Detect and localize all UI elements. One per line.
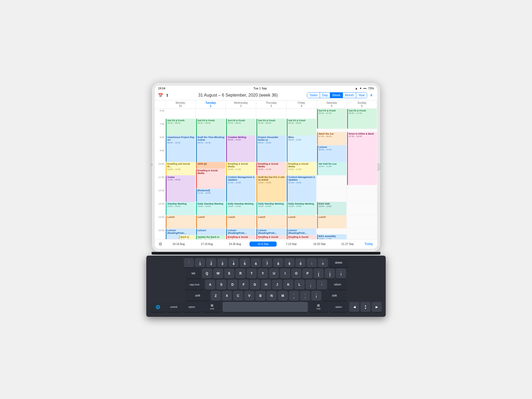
key-k[interactable]: K bbox=[283, 280, 293, 290]
event-fri-lunch[interactable]: Lunch bbox=[287, 215, 316, 228]
key-equals[interactable]: += bbox=[318, 258, 328, 267]
week-7-13sep[interactable]: 7-13 Sep bbox=[277, 242, 305, 247]
key-slash[interactable]: ?/ bbox=[311, 291, 321, 301]
key-0[interactable]: )0 bbox=[296, 258, 306, 267]
event-tue-standup[interactable]: Daily Standup Meeting 13:00 – 14:00 bbox=[196, 202, 226, 215]
event-thu-standup[interactable]: Daily Standup Meeting 13:00 – 14:00 bbox=[256, 202, 286, 215]
event-sun-drive[interactable]: Drive to Kihim & Back 07:30 – 16:30 bbox=[347, 132, 377, 185]
event-sat-vetvisit[interactable]: Vet Visit for Leo 10:00 – 11:00 bbox=[317, 162, 347, 175]
week-10-16aug[interactable]: 10-16 Aug bbox=[165, 242, 192, 247]
key-4[interactable]: $4 bbox=[228, 258, 239, 267]
key-9[interactable]: (9 bbox=[284, 258, 294, 267]
key-z[interactable]: Z bbox=[211, 291, 221, 301]
event-thu-emailsocial[interactable]: Emailing & Social Media 10:00 – 11:00 bbox=[256, 162, 286, 175]
key-backslash[interactable]: |\ bbox=[336, 268, 346, 279]
key-option-left[interactable]: option bbox=[182, 302, 201, 312]
key-p[interactable]: P bbox=[302, 268, 313, 279]
key-shift-right[interactable]: shift bbox=[322, 291, 346, 301]
key-q[interactable]: Q bbox=[202, 268, 212, 279]
key-5[interactable]: %5 bbox=[240, 258, 250, 267]
key-u[interactable]: U bbox=[269, 268, 279, 279]
event-mon-unanimous[interactable]: Unanimous Project Rep ort 08:00 – 10:00 bbox=[166, 135, 195, 162]
event-fri-emailsocial2[interactable]: Emailing & Social Media bbox=[287, 235, 316, 239]
calendar-icon[interactable]: 📅 bbox=[158, 93, 163, 98]
week-31-6sep[interactable]: 31-6 Sep bbox=[250, 242, 277, 247]
week-21-27sep[interactable]: 21-27 Sep bbox=[334, 242, 361, 247]
key-return[interactable]: return bbox=[328, 280, 347, 290]
key-y[interactable]: Y bbox=[258, 268, 268, 279]
key-minus[interactable]: _- bbox=[307, 258, 317, 267]
key-tab[interactable]: tab bbox=[186, 268, 201, 279]
key-t[interactable]: T bbox=[247, 268, 257, 279]
event-wed-standup[interactable]: Daily Standup Meeting 13:00 – 14:00 bbox=[226, 202, 256, 215]
event-fri-bliss[interactable]: Bliss 08:00 – 10:00 bbox=[287, 135, 316, 162]
event-tue-emailsocial[interactable]: Emailing & Social Media bbox=[196, 169, 226, 189]
key-l[interactable]: L bbox=[294, 280, 305, 290]
event-mon-asana[interactable]: Asana 11:00 – 13:00 bbox=[166, 175, 195, 202]
key-n[interactable]: N bbox=[267, 291, 277, 301]
key-arrow-left[interactable]: ◀ bbox=[349, 302, 359, 312]
key-i[interactable]: I bbox=[280, 268, 290, 279]
key-m[interactable]: M bbox=[278, 291, 288, 301]
key-s[interactable]: S bbox=[216, 280, 226, 290]
key-6[interactable]: ^6 bbox=[251, 258, 261, 267]
event-sun-getfit[interactable]: Get Fit & Fresh 06:00 – 07:30 bbox=[347, 109, 377, 129]
event-mon-standup[interactable]: Standup Meeting 13:00 – 14:00 bbox=[166, 202, 195, 215]
share-icon[interactable]: ⬆ bbox=[165, 93, 169, 98]
key-semicolon[interactable]: :; bbox=[306, 280, 316, 290]
key-o[interactable]: O bbox=[291, 268, 301, 279]
key-w[interactable]: W bbox=[213, 268, 223, 279]
settings-icon[interactable]: ⚙ bbox=[157, 241, 164, 247]
event-sat-icici[interactable]: ICICI Visit 13:00 – 14:00 bbox=[317, 202, 347, 215]
event-wed-creative[interactable]: Creative Writing 08:00 – 10:00 bbox=[226, 135, 256, 162]
event-wed-emailsocial[interactable]: Emailing & Social Media 10:00 – 11:00 bbox=[226, 162, 256, 175]
today-button[interactable]: Today bbox=[362, 241, 375, 247]
key-3[interactable]: #3 bbox=[217, 258, 227, 267]
event-sat-ikea[interactable]: IKEA assembly 14:45 – 17:00 bbox=[317, 234, 347, 239]
week-14-20sep[interactable]: 14-20 Sep bbox=[306, 242, 333, 247]
key-lbracket[interactable]: {[ bbox=[314, 268, 324, 279]
event-wed-content[interactable]: Content Management & Updates 11:00 – 13:… bbox=[226, 175, 256, 202]
view-week[interactable]: Week bbox=[330, 93, 343, 98]
add-event-button[interactable]: + bbox=[369, 92, 374, 98]
week-17-23aug[interactable]: 17-23 Aug bbox=[193, 242, 221, 247]
key-7[interactable]: &7 bbox=[262, 258, 272, 267]
event-mon-lunch[interactable]: Lunch bbox=[166, 215, 195, 228]
event-fri-content[interactable]: Content Management & Updates 11:00 – 13:… bbox=[287, 175, 316, 202]
event-mon-backtoschool[interactable]: Back to School 15:30 – 18:00 bbox=[179, 235, 195, 239]
cal-grid[interactable]: 6:00 7:00 8:00 9:00 10:00 11:00 12:00 13… bbox=[155, 109, 377, 239]
key-2[interactable]: @2 bbox=[206, 258, 216, 267]
view-tasks[interactable]: Tasks bbox=[307, 93, 320, 98]
key-f[interactable]: F bbox=[239, 280, 249, 290]
key-option-right[interactable]: option bbox=[329, 302, 348, 312]
event-mon-emailing[interactable]: Emailing and Social M... 10:00 – 11:00 bbox=[166, 162, 195, 175]
key-delete[interactable]: delete bbox=[329, 258, 348, 267]
event-tue-redacted[interactable]: [Redacted] 11:30 – 13:00 bbox=[196, 189, 226, 202]
key-shift-left[interactable]: shift bbox=[186, 291, 210, 301]
key-d[interactable]: D bbox=[227, 280, 238, 290]
key-v[interactable]: V bbox=[244, 291, 254, 301]
key-control[interactable]: control bbox=[166, 302, 181, 312]
view-year[interactable]: Year bbox=[356, 93, 367, 98]
event-sat-lunch[interactable]: Lunch bbox=[317, 215, 347, 228]
view-day[interactable]: Day bbox=[320, 93, 330, 98]
event-fri-emailsocial[interactable]: Emailing & Social Media 10:00 – 11:00 bbox=[287, 162, 316, 175]
view-month[interactable]: Month bbox=[343, 93, 356, 98]
key-tilde[interactable]: ~` bbox=[184, 258, 194, 267]
key-rbracket[interactable]: }] bbox=[325, 268, 335, 279]
key-arrow-right[interactable]: ▶ bbox=[372, 302, 382, 312]
event-thu-emailsocial2[interactable]: Emailing & Social Media bbox=[256, 235, 286, 239]
key-capslock[interactable]: caps lock bbox=[185, 280, 204, 290]
key-cmd-left[interactable]: ⌘cmd bbox=[202, 302, 222, 312]
key-arrow-updown[interactable]: ▲▼ bbox=[360, 302, 371, 312]
event-wed-lunch[interactable]: Lunch bbox=[226, 215, 256, 228]
event-tue-okr[interactable]: OKR Q3 bbox=[196, 162, 226, 169]
key-h[interactable]: H bbox=[261, 280, 271, 290]
event-thu-project[interactable]: Project Alexander Duma ss 08:00 – 10:00 bbox=[256, 135, 286, 162]
key-8[interactable]: *8 bbox=[273, 258, 283, 267]
key-b[interactable]: B bbox=[255, 291, 265, 301]
key-comma[interactable]: <, bbox=[289, 291, 299, 301]
event-thu-lunch[interactable]: Lunch bbox=[256, 215, 286, 228]
key-cmd-right[interactable]: ⌘cmd bbox=[309, 302, 328, 312]
key-period[interactable]: >. bbox=[300, 291, 310, 301]
